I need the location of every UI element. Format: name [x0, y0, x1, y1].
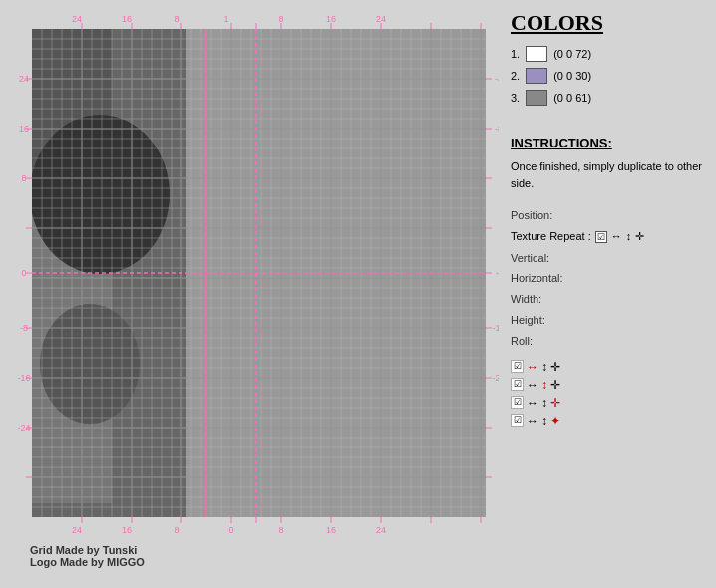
horizontal-label: Horizontal: [511, 269, 590, 289]
icon-row-4: ☑ ↔ ↕ ✦ [511, 414, 704, 428]
logo-made-by-name: MIGGO [107, 556, 145, 568]
height-label: Height: [511, 311, 590, 331]
svg-text:1: 1 [223, 15, 228, 24]
instructions-title: INSTRUCTIONS: [511, 136, 704, 150]
vertical-row: Vertical: [511, 249, 704, 269]
color-swatch-1[interactable] [526, 46, 547, 62]
colors-section: COLORS 1. (0 0 72) 2. (0 0 30) 3. (0 0 6… [511, 10, 704, 106]
horizontal-row: Horizontal: [511, 269, 704, 289]
color-label-1: (0 0 72) [553, 48, 591, 60]
svg-text:24: 24 [19, 74, 29, 84]
icon-row-1: ☑ ↔ ↕ ✛ [511, 360, 704, 374]
color-row-2: 2. (0 0 30) [511, 68, 704, 84]
icon-row1-ud[interactable]: ↕ [541, 360, 547, 374]
roll-label: Roll: [511, 332, 590, 352]
instructions-text: Once finished, simply duplicate to other… [511, 158, 704, 191]
arrow-lr-icon[interactable]: ↔ [611, 227, 622, 247]
width-row: Width: [511, 290, 704, 310]
icon-row1-lr[interactable]: ↔ [527, 360, 538, 374]
svg-point-6 [40, 304, 140, 424]
svg-text:-16: -16 [17, 373, 30, 383]
height-row: Height: [511, 311, 704, 331]
icon-rows: ☑ ↔ ↕ ✛ ☑ ↔ ↕ ✛ ☑ ↔ ↕ ✛ ☑ ↔ [511, 360, 704, 428]
svg-text:16: 16 [326, 15, 336, 24]
color-row-1: 1. (0 0 72) [511, 46, 704, 62]
color-swatch-3[interactable] [526, 90, 547, 106]
icon-row4-lr[interactable]: ↔ [527, 414, 538, 428]
svg-text:8: 8 [174, 525, 179, 535]
svg-text:24: 24 [376, 525, 386, 535]
icon-row2-checkbox[interactable]: ☑ [511, 378, 524, 391]
grid-made-by-name: Tunski [103, 544, 138, 556]
svg-text:24: 24 [72, 525, 82, 535]
grid-made-by-prefix: Grid Made by [30, 544, 103, 556]
icon-row2-ud[interactable]: ↕ [541, 378, 547, 392]
color-swatch-2[interactable] [526, 68, 547, 84]
properties-section: Position: Texture Repeat : ☑ ↔ ↕ ✛ Verti… [511, 206, 704, 352]
color-label-3: (0 0 61) [553, 92, 591, 104]
svg-text:8: 8 [278, 525, 283, 535]
roll-row: Roll: [511, 332, 704, 352]
svg-text:16: 16 [19, 124, 29, 134]
grid-svg: 24 16 8 1 8 16 24 24 16 8 [10, 15, 499, 558]
color-number-3: 3. [511, 92, 520, 104]
texture-repeat-label: Texture Repeat : [511, 227, 591, 247]
icon-row-2: ☑ ↔ ↕ ✛ [511, 378, 704, 392]
svg-text:8: 8 [278, 15, 283, 24]
svg-text:0: 0 [21, 268, 26, 278]
color-number-2: 2. [511, 70, 520, 82]
icon-row3-lr[interactable]: ↔ [527, 396, 538, 410]
colors-title: COLORS [511, 10, 704, 36]
position-label: Position: [511, 206, 590, 226]
svg-text:-24: -24 [17, 423, 30, 433]
icon-row2-move[interactable]: ✛ [550, 378, 560, 392]
icon-row4-move[interactable]: ✦ [550, 414, 560, 428]
color-number-1: 1. [511, 48, 520, 60]
icon-row3-ud[interactable]: ↕ [541, 396, 547, 410]
svg-text:16: 16 [326, 525, 336, 535]
svg-text:16: 16 [122, 15, 132, 24]
icon-row-3: ☑ ↔ ↕ ✛ [511, 396, 704, 410]
main-container: 24 16 8 1 8 16 24 24 16 8 [0, 0, 716, 588]
texture-repeat-row: Texture Repeat : ☑ ↔ ↕ ✛ [511, 227, 704, 247]
svg-text:16: 16 [122, 525, 132, 535]
footer-text: Grid Made by Tunski Logo Made by MIGGO [30, 544, 145, 568]
icon-row3-move[interactable]: ✛ [550, 396, 560, 410]
icon-row2-lr[interactable]: ↔ [527, 378, 538, 392]
grid-area: 24 16 8 1 8 16 24 24 16 8 [10, 15, 509, 573]
width-label: Width: [511, 290, 590, 310]
icon-row3-checkbox[interactable]: ☑ [511, 396, 524, 409]
icon-row4-ud[interactable]: ↕ [541, 414, 547, 428]
icon-row1-checkbox[interactable]: ☑ [511, 360, 524, 373]
position-row: Position: [511, 206, 704, 226]
move-icon[interactable]: ✛ [635, 227, 644, 247]
svg-text:8: 8 [174, 15, 179, 24]
svg-text:24: 24 [376, 15, 386, 24]
svg-text:24: 24 [72, 15, 82, 24]
icon-row4-checkbox[interactable]: ☑ [511, 414, 524, 427]
svg-text:8: 8 [21, 173, 26, 183]
color-row-3: 3. (0 0 61) [511, 90, 704, 106]
svg-text:-8: -8 [20, 323, 28, 333]
color-label-2: (0 0 30) [553, 70, 591, 82]
texture-repeat-checkbox[interactable]: ☑ [595, 231, 607, 243]
vertical-label: Vertical: [511, 249, 590, 269]
icon-row1-move[interactable]: ✛ [550, 360, 560, 374]
arrow-ud-icon[interactable]: ↕ [626, 227, 632, 247]
right-panel: COLORS 1. (0 0 72) 2. (0 0 30) 3. (0 0 6… [499, 0, 716, 588]
svg-text:0: 0 [228, 525, 233, 535]
instructions-section: INSTRUCTIONS: Once finished, simply dupl… [511, 136, 704, 191]
logo-made-by-prefix: Logo Made by [30, 556, 107, 568]
